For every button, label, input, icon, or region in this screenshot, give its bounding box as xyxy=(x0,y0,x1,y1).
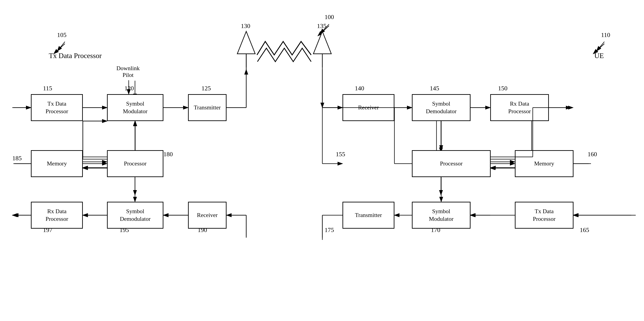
processor-bs: Processor xyxy=(107,150,164,177)
ref-125-label: 125 xyxy=(202,85,211,92)
ref-175-label: 175 xyxy=(324,226,334,234)
receiver-ue: Receiver xyxy=(342,94,394,121)
symbol-modulator-bs: SymbolModulator xyxy=(107,94,164,121)
memory-ue: Memory xyxy=(515,150,574,177)
rx-data-processor-ue: Rx DataProcessor xyxy=(490,94,549,121)
bs-label: Tx Data Processor xyxy=(49,52,102,60)
ref-160-label: 160 xyxy=(588,151,597,158)
ref-110-label: 110 xyxy=(601,31,610,39)
ref-135-label: 135 xyxy=(317,23,326,30)
ref-140-label: 140 xyxy=(355,85,364,92)
ref-100-label: 100 xyxy=(324,14,334,21)
transmitter-ue: Transmitter xyxy=(342,202,394,229)
memory-bs: Memory xyxy=(31,150,83,177)
rx-data-processor-bs: Rx DataProcessor xyxy=(31,202,83,229)
receiver-bs: Receiver xyxy=(188,202,226,229)
wireless-link-svg xyxy=(255,44,314,66)
processor-ue: Processor xyxy=(412,150,491,177)
ref-115-label: 115 xyxy=(43,85,52,92)
svg-line-93 xyxy=(596,42,604,51)
ue-label: UE xyxy=(594,52,604,60)
ref-105-label: 105 xyxy=(57,31,66,39)
ref-130-label: 130 xyxy=(241,23,250,30)
antenna-130-svg xyxy=(235,29,258,70)
symbol-modulator-ue: SymbolModulator xyxy=(412,202,470,229)
tx-data-processor-bs: Tx DataProcessor xyxy=(31,94,83,121)
antenna-135-svg xyxy=(311,29,334,70)
ref-165-label: 165 xyxy=(580,226,589,234)
tx-data-processor-ue: Tx DataProcessor xyxy=(515,202,574,229)
ref-150-label: 150 xyxy=(498,85,508,92)
symbol-demodulator-ue: SymbolDemodulator xyxy=(412,94,470,121)
ref-145-label: 145 xyxy=(430,85,439,92)
symbol-demodulator-bs: SymbolDemodulator xyxy=(107,202,164,229)
diagram-container: 100 105 Tx Data Processor 110 UE Downlin… xyxy=(0,0,644,321)
downlink-pilot-label: DownlinkPilot xyxy=(116,65,140,78)
ref-155-label: 155 xyxy=(336,151,345,158)
ref-180-label: 180 xyxy=(164,151,173,158)
svg-marker-47 xyxy=(237,31,255,54)
svg-line-92 xyxy=(57,42,65,51)
ref-120-label: 120 xyxy=(124,85,134,92)
transmitter-bs: Transmitter xyxy=(188,94,226,121)
ref-185-label: 185 xyxy=(12,155,22,162)
svg-marker-49 xyxy=(314,31,331,54)
